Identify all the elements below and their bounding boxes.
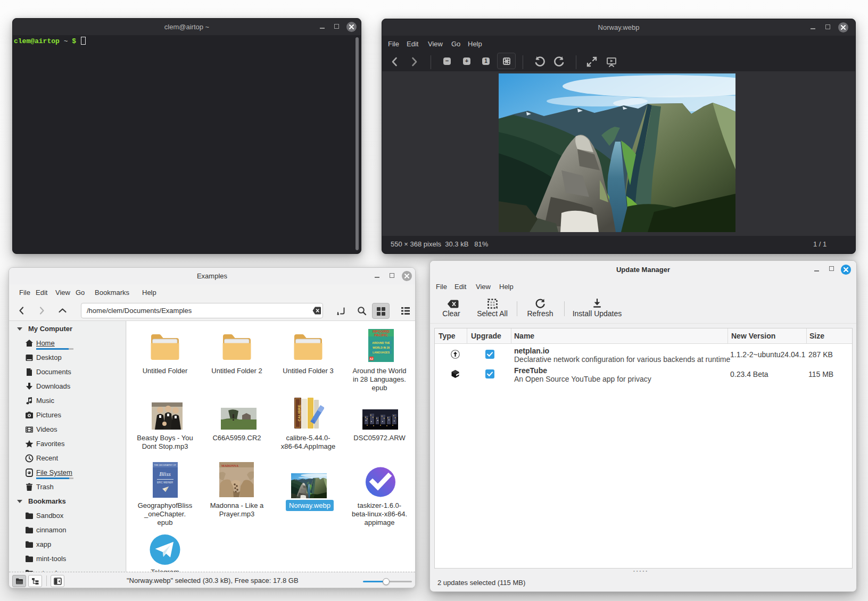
svg-text:Bliss: Bliss [159, 471, 170, 477]
svg-text:WORLD IN 28: WORLD IN 28 [373, 346, 390, 349]
svg-text:THE GEOGRAPHY OF: THE GEOGRAPHY OF [154, 464, 176, 466]
svg-text:MADONNA: MADONNA [221, 464, 239, 467]
svg-text:ERIC WEINER: ERIC WEINER [157, 481, 173, 484]
svg-text:CALIBRE: CALIBRE [297, 405, 301, 421]
svg-text:PACIFIC: PACIFIC [374, 333, 388, 337]
svg-text:LANGUAGES: LANGUAGES [373, 351, 390, 354]
svg-text:AROUND THE: AROUND THE [372, 341, 390, 344]
svg-text:A2: A2 [370, 357, 374, 360]
